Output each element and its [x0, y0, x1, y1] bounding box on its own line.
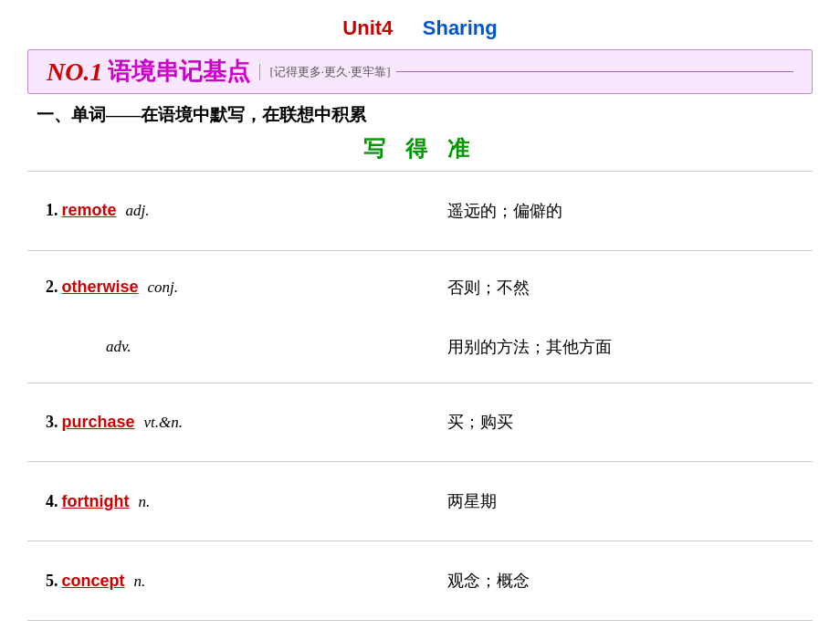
meaning-text: 遥远的；偏僻的	[447, 202, 562, 220]
banner: NO.1 语境串记基点 [记得更多·更久·更牢靠]	[27, 49, 813, 94]
word-cell-right: 买；购买	[420, 383, 813, 462]
word-cell-left: 5. concept n.	[27, 541, 420, 621]
table-row: 2. otherwise conj. 否则；不然	[27, 250, 813, 318]
word-cell-left: 4. fortnight n.	[27, 462, 420, 541]
sub-title: 写 得 准	[27, 134, 813, 163]
banner-main: 语境串记基点	[108, 56, 250, 88]
meaning-text: 买；购买	[447, 413, 513, 431]
table-row: adv. 用别的方法；其他方面	[27, 319, 813, 383]
title-space	[396, 16, 418, 39]
word-cell-right: 观念；概念	[420, 541, 813, 621]
word-number: 4.	[46, 492, 58, 510]
banner-sub: [记得更多·更久·更牢靠]	[259, 64, 390, 80]
table-row: 4. fortnight n. 两星期	[27, 462, 813, 541]
word-number: 2.	[46, 278, 58, 296]
section-title: 一、单词——在语境中默写，在联想中积累	[27, 100, 813, 131]
table-row: 1. remote adj. 遥远的；偏僻的	[27, 172, 813, 251]
word-pos: n.	[138, 493, 150, 510]
word-cell-right-sub: 用别的方法；其他方面	[420, 319, 813, 383]
word-cell-left: 2. otherwise conj.	[27, 250, 420, 318]
word-pos: conj.	[148, 278, 179, 296]
page: Unit4 Sharing NO.1 语境串记基点 [记得更多·更久·更牢靠] …	[0, 0, 840, 630]
words-table: 1. remote adj. 遥远的；偏僻的 2. otherwise conj…	[27, 171, 813, 621]
word-entry: purchase	[62, 413, 135, 431]
word-entry: remote	[62, 201, 117, 219]
word-number: 3.	[46, 413, 58, 431]
meaning-text: 观念；概念	[447, 572, 530, 590]
sharing-title: Sharing	[423, 16, 498, 39]
word-entry: concept	[62, 572, 125, 590]
word-cell-left: 1. remote adj.	[27, 172, 420, 251]
word-cell-right: 否则；不然	[420, 250, 813, 318]
word-cell-left: 3. purchase vt.&n.	[27, 383, 420, 462]
word-cell-sub: adv.	[27, 319, 420, 383]
word-pos-adv: adv.	[106, 338, 131, 355]
meaning-text: 用别的方法；其他方面	[447, 338, 612, 356]
table-row: 3. purchase vt.&n. 买；购买	[27, 383, 813, 462]
table-row: 5. concept n. 观念；概念	[27, 541, 813, 621]
word-pos: adj.	[126, 202, 150, 219]
banner-no: NO.1	[47, 58, 102, 87]
word-number: 1.	[46, 201, 58, 219]
word-pos: vt.&n.	[144, 414, 184, 431]
word-cell-right: 两星期	[420, 462, 813, 541]
word-entry: fortnight	[62, 492, 130, 510]
banner-line	[396, 71, 793, 73]
word-entry: otherwise	[62, 278, 139, 296]
meaning-text: 否则；不然	[447, 278, 530, 297]
meaning-text: 两星期	[447, 492, 497, 510]
word-cell-right: 遥远的；偏僻的	[420, 172, 813, 251]
unit-title: Unit4	[342, 16, 393, 39]
title-line: Unit4 Sharing	[342, 16, 497, 40]
word-number: 5.	[46, 572, 58, 590]
word-pos: n.	[134, 572, 146, 590]
